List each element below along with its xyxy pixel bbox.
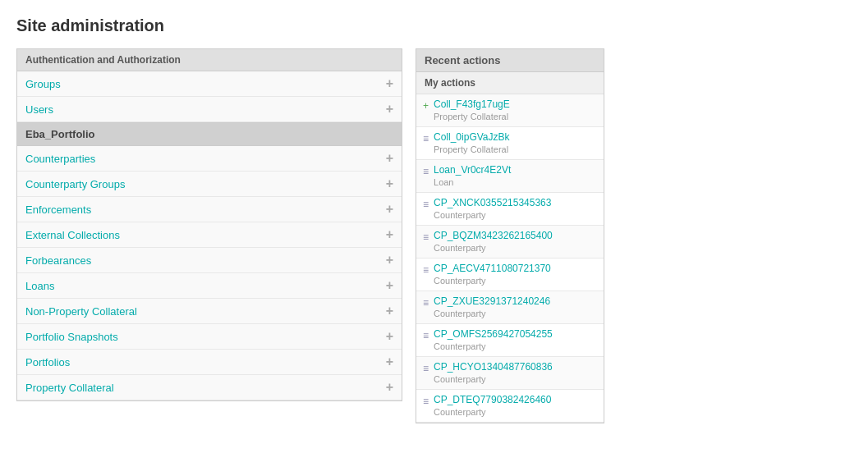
action-content-2: Loan_Vr0cr4E2Vt Loan xyxy=(434,164,511,188)
change-icon-5: ≡ xyxy=(423,264,429,276)
sidebar-item-loans[interactable]: Loans + xyxy=(17,273,402,299)
enforcements-link[interactable]: Enforcements xyxy=(25,204,91,216)
action-type-5: Counterparty xyxy=(434,276,486,286)
action-type-9: Counterparty xyxy=(434,407,486,417)
portfolio-snapshots-add-icon[interactable]: + xyxy=(386,329,393,344)
sidebar-item-counterparties[interactable]: Counterparties + xyxy=(17,146,402,172)
action-item-4: ≡ CP_BQZM3423262165400 Counterparty xyxy=(416,226,604,259)
counterparty-groups-link[interactable]: Counterparty Groups xyxy=(25,178,125,190)
sidebar-item-non-property-collateral[interactable]: Non-Property Collateral + xyxy=(17,299,402,324)
action-content-9: CP_DTEQ7790382426460 Counterparty xyxy=(434,394,551,418)
sidebar-item-enforcements[interactable]: Enforcements + xyxy=(17,197,402,222)
action-type-8: Counterparty xyxy=(434,374,486,384)
action-link-5[interactable]: CP_AECV4711080721370 xyxy=(434,263,551,274)
non-property-collateral-add-icon[interactable]: + xyxy=(386,304,393,318)
groups-add-icon[interactable]: + xyxy=(386,76,393,91)
enforcements-add-icon[interactable]: + xyxy=(386,202,393,217)
sidebar-item-property-collateral[interactable]: Property Collateral + xyxy=(17,375,402,400)
action-content-3: CP_XNCK0355215345363 Counterparty xyxy=(434,197,551,221)
users-link[interactable]: Users xyxy=(25,103,53,116)
change-icon-1: ≡ xyxy=(423,133,429,144)
action-content-0: Coll_F43fg17ugE Property Collateral xyxy=(434,98,510,122)
external-collections-link[interactable]: External Collections xyxy=(25,229,120,241)
action-item-3: ≡ CP_XNCK0355215345363 Counterparty xyxy=(416,193,604,226)
property-collateral-link[interactable]: Property Collateral xyxy=(25,382,114,394)
property-collateral-add-icon[interactable]: + xyxy=(386,380,393,395)
change-icon-9: ≡ xyxy=(423,396,429,407)
forbearances-link[interactable]: Forbearances xyxy=(25,254,91,267)
action-content-4: CP_BQZM3423262165400 Counterparty xyxy=(434,230,553,254)
change-icon-7: ≡ xyxy=(423,330,429,341)
forbearances-add-icon[interactable]: + xyxy=(386,253,393,268)
loans-add-icon[interactable]: + xyxy=(386,278,393,293)
action-item-8: ≡ CP_HCYO1340487760836 Counterparty xyxy=(416,357,604,390)
main-layout: Authentication and Authorization Groups … xyxy=(16,48,852,423)
action-link-4[interactable]: CP_BQZM3423262165400 xyxy=(434,230,553,241)
eba-section-header: Eba_Portfolio xyxy=(17,122,402,146)
action-item-2: ≡ Loan_Vr0cr4E2Vt Loan xyxy=(416,160,604,193)
action-type-0: Property Collateral xyxy=(434,112,508,121)
action-link-1[interactable]: Coll_0ipGVaJzBk xyxy=(434,131,509,143)
action-content-8: CP_HCYO1340487760836 Counterparty xyxy=(434,361,553,385)
action-link-2[interactable]: Loan_Vr0cr4E2Vt xyxy=(434,164,511,176)
action-item-7: ≡ CP_OMFS2569427054255 Counterparty xyxy=(416,324,604,357)
action-link-0[interactable]: Coll_F43fg17ugE xyxy=(434,98,510,110)
page-title: Site administration xyxy=(16,16,852,35)
counterparties-add-icon[interactable]: + xyxy=(386,151,393,166)
groups-link[interactable]: Groups xyxy=(25,78,61,90)
portfolios-add-icon[interactable]: + xyxy=(386,355,393,369)
change-icon-6: ≡ xyxy=(423,297,429,309)
sidebar-item-portfolios[interactable]: Portfolios + xyxy=(17,350,402,375)
change-icon-4: ≡ xyxy=(423,231,429,243)
portfolio-snapshots-link[interactable]: Portfolio Snapshots xyxy=(25,331,118,343)
action-content-5: CP_AECV4711080721370 Counterparty xyxy=(434,263,551,286)
action-link-7[interactable]: CP_OMFS2569427054255 xyxy=(434,328,553,340)
action-type-7: Counterparty xyxy=(434,341,486,351)
change-icon-2: ≡ xyxy=(423,166,429,177)
action-content-6: CP_ZXUE3291371240246 Counterparty xyxy=(434,295,550,319)
sidebar-item-counterparty-groups[interactable]: Counterparty Groups + xyxy=(17,172,402,197)
action-link-8[interactable]: CP_HCYO1340487760836 xyxy=(434,361,553,373)
action-link-9[interactable]: CP_DTEQ7790382426460 xyxy=(434,394,551,405)
change-icon-3: ≡ xyxy=(423,199,429,210)
action-item-6: ≡ CP_ZXUE3291371240246 Counterparty xyxy=(416,291,604,324)
action-type-2: Loan xyxy=(434,177,453,187)
sidebar-item-forbearances[interactable]: Forbearances + xyxy=(17,248,402,273)
non-property-collateral-link[interactable]: Non-Property Collateral xyxy=(25,305,137,318)
action-type-4: Counterparty xyxy=(434,243,486,253)
counterparties-link[interactable]: Counterparties xyxy=(25,153,95,165)
recent-actions-header: Recent actions xyxy=(416,49,604,72)
auth-section-header: Authentication and Authorization xyxy=(17,49,402,71)
action-link-3[interactable]: CP_XNCK0355215345363 xyxy=(434,197,551,208)
action-type-3: Counterparty xyxy=(434,210,486,220)
sidebar-item-users[interactable]: Users + xyxy=(17,97,402,122)
sidebar-item-portfolio-snapshots[interactable]: Portfolio Snapshots + xyxy=(17,324,402,350)
action-link-6[interactable]: CP_ZXUE3291371240246 xyxy=(434,295,550,307)
sidebar-item-external-collections[interactable]: External Collections + xyxy=(17,222,402,248)
sidebar-item-groups[interactable]: Groups + xyxy=(17,71,402,97)
action-content-1: Coll_0ipGVaJzBk Property Collateral xyxy=(434,131,509,155)
action-item-5: ≡ CP_AECV4711080721370 Counterparty xyxy=(416,259,604,291)
add-icon-0: + xyxy=(423,100,429,112)
action-type-1: Property Collateral xyxy=(434,144,508,154)
action-item-1: ≡ Coll_0ipGVaJzBk Property Collateral xyxy=(416,127,604,160)
action-item-9: ≡ CP_DTEQ7790382426460 Counterparty xyxy=(416,390,604,423)
portfolios-link[interactable]: Portfolios xyxy=(25,356,70,368)
left-panel: Authentication and Authorization Groups … xyxy=(16,48,402,401)
my-actions-header: My actions xyxy=(416,72,604,94)
external-collections-add-icon[interactable]: + xyxy=(386,227,393,242)
users-add-icon[interactable]: + xyxy=(386,102,393,117)
right-panel: Recent actions My actions + Coll_F43fg17… xyxy=(416,48,604,423)
change-icon-8: ≡ xyxy=(423,363,429,374)
action-type-6: Counterparty xyxy=(434,309,486,318)
loans-link[interactable]: Loans xyxy=(25,280,54,292)
action-content-7: CP_OMFS2569427054255 Counterparty xyxy=(434,328,553,352)
action-item-0: + Coll_F43fg17ugE Property Collateral xyxy=(416,94,604,127)
counterparty-groups-add-icon[interactable]: + xyxy=(386,176,393,191)
